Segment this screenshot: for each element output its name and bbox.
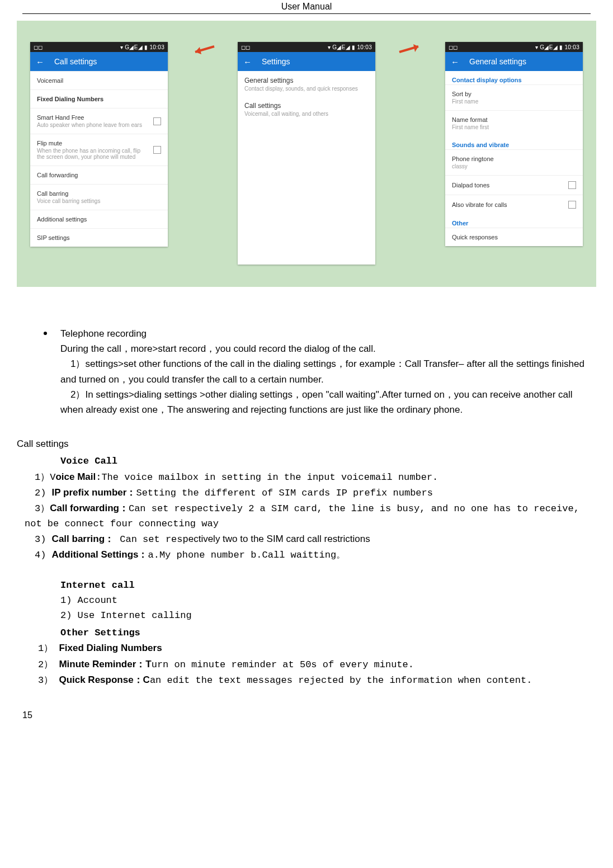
row-fixed-dialing[interactable]: Fixed Dialing Numbers [30,89,168,108]
arrow-annotation [191,42,215,56]
status-left-icons: ◻◻ [241,44,250,50]
row-title: General settings [244,77,369,84]
heading-other-settings: Other Settings [60,625,596,640]
row-voicemail[interactable]: Voicemail [30,71,168,89]
text-bold: IP prefix number： [52,487,136,498]
phone-general-settings: ◻◻ ▾ G◢E◢ ▮ 10:03 ← General settings Con… [445,42,583,246]
row-label: Dialpad tones [452,182,489,188]
row-text: Smart Hand FreeAuto speaker when phone l… [37,114,142,128]
phone-settings: ◻◻ ▾ G◢E◢ ▮ 10:03 ← Settings General set… [238,42,375,265]
line-additional-settings: 4) Additional Settings：a.My phone number… [35,547,596,563]
heading-internet-call: Internet call [60,578,596,593]
heading-voice-call: Voice Call [60,454,596,469]
paragraph: 2）In settings>dialing settings >other di… [60,387,591,417]
line-quick-response: 3） Quick Response：Can edit the text mess… [38,672,596,688]
text: a.My phone number b.Call waitting。 [148,550,346,560]
row-title: Sort by [452,91,478,97]
app-bar-title: Call settings [54,57,97,66]
bullet-label: Telephone recording [60,326,147,341]
row-call-barring[interactable]: Call barringVoice call barring settings [30,184,168,210]
checkbox-icon[interactable] [153,117,161,125]
row-subtitle: Contact display, sounds, and quick respo… [244,86,369,92]
row-subtitle: First name first [452,124,489,130]
text-bold: Quick Response：C [59,674,150,685]
row-also-vibrate[interactable]: Also vibrate for calls [445,195,583,214]
text: ectively two to the SIM card call restri… [188,534,370,544]
row-additional-settings[interactable]: Additional settings [30,210,168,228]
row-label: Also vibrate for calls [452,201,507,208]
app-bar-title: Settings [262,57,290,66]
row-label: Fixed Dialing Numbers [37,96,103,102]
row-label: Additional settings [37,216,87,223]
status-bar: ◻◻ ▾ G◢E◢ ▮ 10:03 [238,42,375,52]
row-smart-hand-free[interactable]: Smart Hand FreeAuto speaker when phone l… [30,108,168,134]
back-icon[interactable]: ← [36,57,44,67]
row-flip-mute[interactable]: Flip muteWhen the phone has an incoming … [30,134,168,166]
text-bold: oice Mail [55,471,96,482]
screenshot-figure: ◻◻ ▾ G◢E◢ ▮ 10:03 ← Call settings Voicem… [17,21,596,287]
row-sort-by[interactable]: Sort byFirst name [445,84,583,110]
paragraph: 1）settings>set other functions of the ca… [60,356,591,386]
row-subtitle: classy [452,163,494,169]
text: 2) [35,488,52,498]
row-subtitle: When the phone has an incoming call, fli… [37,148,149,160]
row-general-settings[interactable]: General settings Contact display, sounds… [238,71,375,94]
app-bar: ← Settings [238,52,375,71]
row-call-forwarding[interactable]: Call forwarding [30,166,168,184]
row-phone-ringtone[interactable]: Phone ringtoneclassy [445,149,583,175]
spacer [238,119,375,265]
text: urn on minute reminder at 50s of every m… [152,659,414,670]
line-account: 1) Account [60,593,596,608]
checkbox-icon[interactable] [568,201,576,209]
row-name-format[interactable]: Name formatFirst name first [445,110,583,136]
text: 1） [38,643,59,654]
text: Can set resp [114,534,188,545]
text: 4) [35,550,52,560]
status-right: ▾ G◢E◢ ▮ 10:03 [535,44,579,50]
status-left-icons: ◻◻ [34,44,43,50]
status-left-icons: ◻◻ [449,44,458,50]
row-dialpad-tones[interactable]: Dialpad tones [445,175,583,195]
row-title: Smart Hand Free [37,114,142,121]
text: 2） [38,659,59,670]
row-text: Name formatFirst name first [452,116,489,130]
status-right: ▾ G◢E◢ ▮ 10:03 [328,44,372,50]
row-text: Call barringVoice call barring settings [37,190,100,204]
row-label: Call forwarding [37,172,78,178]
row-quick-responses[interactable]: Quick responses [445,228,583,246]
row-title: Call settings [244,102,369,110]
row-subtitle: Voice call barring settings [37,198,100,204]
row-title: Name format [452,116,489,123]
back-icon[interactable]: ← [243,57,252,67]
status-bar: ◻◻ ▾ G◢E◢ ▮ 10:03 [445,42,583,52]
back-icon[interactable]: ← [451,57,459,67]
line-ip-prefix: 2) IP prefix number：Setting the differen… [35,485,596,501]
row-subtitle: Voicemail, call waiting, and others [244,111,369,117]
checkbox-icon[interactable] [153,146,161,154]
text: 3） [38,675,59,686]
page-number: 15 [22,710,602,720]
line-minute-reminder: 2） Minute Reminder：Turn on minute remind… [38,657,596,672]
text-bold: Additional Settings： [52,549,148,560]
phone-call-settings: ◻◻ ▾ G◢E◢ ▮ 10:03 ← Call settings Voicem… [30,42,168,247]
text: an edit the text messages rejected by th… [150,675,532,686]
row-subtitle: First name [452,98,478,105]
section-contact-display: Contact display options [445,71,583,84]
line-use-internet-calling: 2) Use Internet calling [60,608,596,623]
arrow-annotation [398,42,423,56]
section-other: Other [445,214,583,228]
text-bold: Minute Reminder：T [59,659,151,669]
row-sip-settings[interactable]: SIP settings [30,228,168,247]
checkbox-icon[interactable] [568,181,576,189]
status-right: ▾ G◢E◢ ▮ 10:03 [120,44,164,50]
paragraph: During the call，more>start record，you co… [60,341,591,356]
app-bar: ← General settings [445,52,583,71]
row-label: SIP settings [37,234,70,241]
app-bar-title: General settings [469,57,526,66]
body-text: Telephone recording During the call，more… [17,326,596,688]
row-call-settings[interactable]: Call settings Voicemail, call waiting, a… [238,94,375,119]
app-bar: ← Call settings [30,52,168,71]
text: 1）V [35,472,55,483]
text: Setting the different of SIM cards IP pr… [136,488,433,498]
text-bold: Fixed Dialing Numbers [59,643,162,653]
